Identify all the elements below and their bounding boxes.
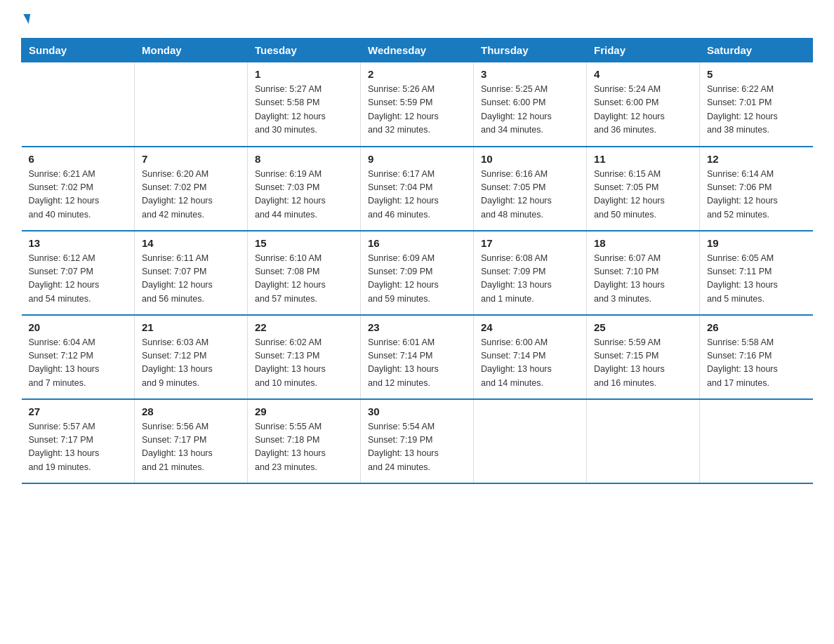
calendar-cell: 4Sunrise: 5:24 AM Sunset: 6:00 PM Daylig… [587,62,700,147]
day-info: Sunrise: 5:57 AM Sunset: 7:17 PM Dayligh… [29,420,128,475]
day-number: 8 [255,153,353,165]
day-number: 14 [142,237,240,249]
calendar-cell: 29Sunrise: 5:55 AM Sunset: 7:18 PM Dayli… [248,399,361,483]
day-number: 28 [142,405,240,417]
weekday-header-thursday: Thursday [474,39,587,62]
day-info: Sunrise: 5:54 AM Sunset: 7:19 PM Dayligh… [368,420,466,475]
day-info: Sunrise: 5:58 AM Sunset: 7:16 PM Dayligh… [707,336,806,391]
weekday-header-row: SundayMondayTuesdayWednesdayThursdayFrid… [22,39,813,62]
calendar-cell: 20Sunrise: 6:04 AM Sunset: 7:12 PM Dayli… [22,315,135,399]
day-number: 16 [368,237,466,249]
day-info: Sunrise: 6:15 AM Sunset: 7:05 PM Dayligh… [594,168,692,222]
day-info: Sunrise: 6:10 AM Sunset: 7:08 PM Dayligh… [255,252,353,307]
day-number: 22 [255,321,353,333]
day-number: 29 [255,405,353,417]
day-number: 11 [594,153,692,165]
day-number: 20 [29,321,128,333]
day-number: 2 [368,68,466,80]
calendar-cell [700,399,813,483]
day-info: Sunrise: 6:14 AM Sunset: 7:06 PM Dayligh… [707,168,806,222]
calendar-cell: 28Sunrise: 5:56 AM Sunset: 7:17 PM Dayli… [135,399,248,483]
day-number: 18 [594,237,692,249]
day-number: 17 [481,237,579,249]
week-row-4: 20Sunrise: 6:04 AM Sunset: 7:12 PM Dayli… [22,315,813,399]
day-number: 26 [707,321,806,333]
day-info: Sunrise: 5:25 AM Sunset: 6:00 PM Dayligh… [481,83,579,137]
day-info: Sunrise: 5:27 AM Sunset: 5:58 PM Dayligh… [255,83,353,137]
day-info: Sunrise: 6:17 AM Sunset: 7:04 PM Dayligh… [368,168,466,222]
calendar-cell: 1Sunrise: 5:27 AM Sunset: 5:58 PM Daylig… [248,62,361,147]
logo-arrow-icon [22,14,30,24]
day-info: Sunrise: 6:04 AM Sunset: 7:12 PM Dayligh… [29,336,128,391]
day-info: Sunrise: 5:56 AM Sunset: 7:17 PM Dayligh… [142,420,240,475]
calendar-cell: 17Sunrise: 6:08 AM Sunset: 7:09 PM Dayli… [474,231,587,315]
calendar-cell: 13Sunrise: 6:12 AM Sunset: 7:07 PM Dayli… [22,231,135,315]
day-info: Sunrise: 6:22 AM Sunset: 7:01 PM Dayligh… [707,83,806,137]
day-number: 10 [481,153,579,165]
week-row-2: 6Sunrise: 6:21 AM Sunset: 7:02 PM Daylig… [22,147,813,231]
day-info: Sunrise: 6:01 AM Sunset: 7:14 PM Dayligh… [368,336,466,391]
calendar-cell: 21Sunrise: 6:03 AM Sunset: 7:12 PM Dayli… [135,315,248,399]
logo [21,14,29,24]
calendar-cell: 5Sunrise: 6:22 AM Sunset: 7:01 PM Daylig… [700,62,813,147]
day-number: 3 [481,68,579,80]
day-number: 15 [255,237,353,249]
calendar-cell: 8Sunrise: 6:19 AM Sunset: 7:03 PM Daylig… [248,147,361,231]
calendar-cell: 22Sunrise: 6:02 AM Sunset: 7:13 PM Dayli… [248,315,361,399]
page-header [21,14,813,24]
day-number: 30 [368,405,466,417]
calendar-cell: 27Sunrise: 5:57 AM Sunset: 7:17 PM Dayli… [22,399,135,483]
day-number: 13 [29,237,128,249]
weekday-header-monday: Monday [135,39,248,62]
weekday-header-wednesday: Wednesday [361,39,474,62]
day-number: 21 [142,321,240,333]
weekday-header-tuesday: Tuesday [248,39,361,62]
calendar-cell: 10Sunrise: 6:16 AM Sunset: 7:05 PM Dayli… [474,147,587,231]
calendar-cell [22,62,135,147]
calendar-cell [135,62,248,147]
day-info: Sunrise: 6:16 AM Sunset: 7:05 PM Dayligh… [481,168,579,222]
calendar-table: SundayMondayTuesdayWednesdayThursdayFrid… [21,38,813,484]
day-info: Sunrise: 5:24 AM Sunset: 6:00 PM Dayligh… [594,83,692,137]
calendar-cell: 12Sunrise: 6:14 AM Sunset: 7:06 PM Dayli… [700,147,813,231]
calendar-cell: 6Sunrise: 6:21 AM Sunset: 7:02 PM Daylig… [22,147,135,231]
calendar-cell: 26Sunrise: 5:58 AM Sunset: 7:16 PM Dayli… [700,315,813,399]
calendar-cell: 7Sunrise: 6:20 AM Sunset: 7:02 PM Daylig… [135,147,248,231]
calendar-header: SundayMondayTuesdayWednesdayThursdayFrid… [22,39,813,62]
day-number: 9 [368,153,466,165]
day-number: 12 [707,153,806,165]
day-info: Sunrise: 6:07 AM Sunset: 7:10 PM Dayligh… [594,252,692,307]
day-info: Sunrise: 6:00 AM Sunset: 7:14 PM Dayligh… [481,336,579,391]
calendar-cell: 25Sunrise: 5:59 AM Sunset: 7:15 PM Dayli… [587,315,700,399]
day-number: 27 [29,405,128,417]
calendar-cell: 19Sunrise: 6:05 AM Sunset: 7:11 PM Dayli… [700,231,813,315]
logo-blue-text [21,14,29,24]
calendar-cell: 14Sunrise: 6:11 AM Sunset: 7:07 PM Dayli… [135,231,248,315]
day-info: Sunrise: 6:21 AM Sunset: 7:02 PM Dayligh… [29,168,128,222]
calendar-cell: 3Sunrise: 5:25 AM Sunset: 6:00 PM Daylig… [474,62,587,147]
day-info: Sunrise: 5:26 AM Sunset: 5:59 PM Dayligh… [368,83,466,137]
day-number: 5 [707,68,806,80]
calendar-cell: 9Sunrise: 6:17 AM Sunset: 7:04 PM Daylig… [361,147,474,231]
calendar-cell: 24Sunrise: 6:00 AM Sunset: 7:14 PM Dayli… [474,315,587,399]
calendar-cell [474,399,587,483]
week-row-1: 1Sunrise: 5:27 AM Sunset: 5:58 PM Daylig… [22,62,813,147]
day-info: Sunrise: 6:11 AM Sunset: 7:07 PM Dayligh… [142,252,240,307]
calendar-cell: 30Sunrise: 5:54 AM Sunset: 7:19 PM Dayli… [361,399,474,483]
day-number: 23 [368,321,466,333]
weekday-header-friday: Friday [587,39,700,62]
day-info: Sunrise: 5:55 AM Sunset: 7:18 PM Dayligh… [255,420,353,475]
week-row-3: 13Sunrise: 6:12 AM Sunset: 7:07 PM Dayli… [22,231,813,315]
day-info: Sunrise: 6:02 AM Sunset: 7:13 PM Dayligh… [255,336,353,391]
day-number: 19 [707,237,806,249]
weekday-header-saturday: Saturday [700,39,813,62]
calendar-cell: 18Sunrise: 6:07 AM Sunset: 7:10 PM Dayli… [587,231,700,315]
day-number: 24 [481,321,579,333]
calendar-cell: 11Sunrise: 6:15 AM Sunset: 7:05 PM Dayli… [587,147,700,231]
calendar-cell: 23Sunrise: 6:01 AM Sunset: 7:14 PM Dayli… [361,315,474,399]
calendar-body: 1Sunrise: 5:27 AM Sunset: 5:58 PM Daylig… [22,62,813,483]
day-info: Sunrise: 6:12 AM Sunset: 7:07 PM Dayligh… [29,252,128,307]
day-info: Sunrise: 6:20 AM Sunset: 7:02 PM Dayligh… [142,168,240,222]
day-info: Sunrise: 6:09 AM Sunset: 7:09 PM Dayligh… [368,252,466,307]
day-info: Sunrise: 6:03 AM Sunset: 7:12 PM Dayligh… [142,336,240,391]
